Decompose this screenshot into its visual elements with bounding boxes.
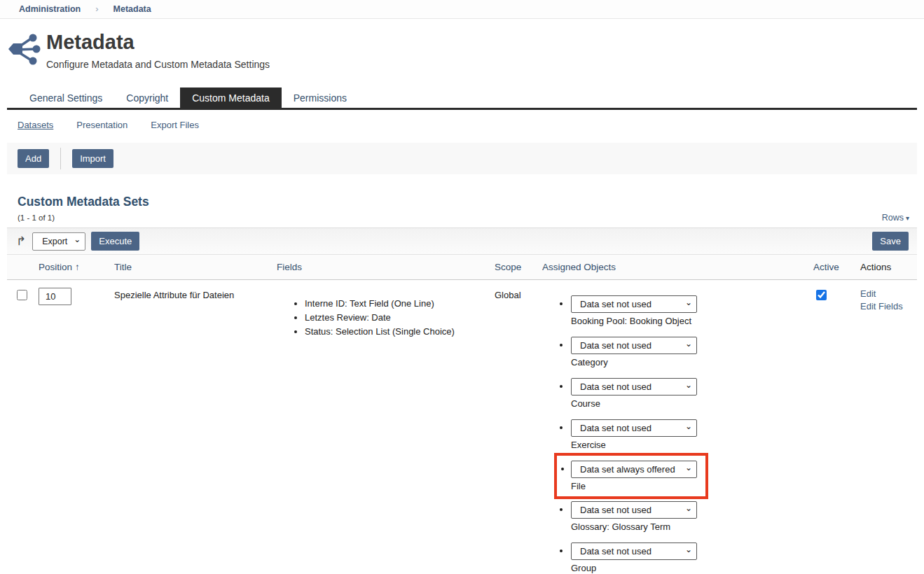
tab-custom-metadata[interactable]: Custom Metadata (180, 88, 282, 108)
subtab-presentation[interactable]: Presentation (76, 120, 127, 130)
table-row: Spezielle Attribute für Dateien Interne … (7, 280, 917, 574)
subtab-bar: Datasets Presentation Export Files (7, 110, 917, 138)
tab-copyright[interactable]: Copyright (114, 88, 180, 108)
active-checkbox[interactable] (816, 290, 827, 300)
listing-title: Custom Metadata Sets (18, 195, 917, 209)
assigned-object-label: Booking Pool: Booking Object (571, 316, 813, 326)
assigned-object-select-group[interactable]: Data set not used (571, 542, 697, 560)
row-select-checkbox[interactable] (17, 290, 27, 300)
column-header-actions: Actions (860, 262, 917, 272)
assigned-object-label: Exercise (571, 440, 813, 450)
edit-fields-link[interactable]: Edit Fields (860, 301, 917, 312)
field-item: Interne ID: Text Field (One Line) (305, 298, 495, 309)
import-button[interactable]: Import (72, 149, 113, 168)
caret-down-icon: ▾ (906, 214, 909, 222)
tab-bar: General Settings Copyright Custom Metada… (7, 88, 917, 110)
bullet-icon (560, 302, 563, 305)
listing-meta: (1 - 1 of 1) Rows▾ (18, 213, 909, 223)
breadcrumb: Administration › Metadata (0, 0, 924, 19)
assigned-object-select-exercise[interactable]: Data set not used (571, 419, 697, 437)
assigned-object-select-booking-pool[interactable]: Data set not used (571, 295, 697, 313)
assigned-object-course: Data set not used ⌄ Course (542, 378, 813, 409)
bullet-icon (560, 385, 563, 388)
subtab-export-files[interactable]: Export Files (151, 120, 199, 130)
column-header-position[interactable]: Position↑ (39, 262, 114, 272)
assigned-object-glossary: Data set not used ⌄ Glossary: Glossary T… (542, 501, 813, 532)
assigned-object-label: Group (571, 563, 813, 573)
table-header-row: Position↑ Title Fields Scope Assigned Ob… (7, 255, 917, 280)
fields-cell: Interne ID: Text Field (One Line) Letzte… (277, 288, 495, 574)
assigned-object-group: Data set not used ⌄ Group (542, 542, 813, 573)
assigned-object-select-file[interactable]: Data set always offered (571, 461, 697, 478)
result-range: (1 - 1 of 1) (18, 214, 55, 222)
action-bar: Add Import (7, 143, 917, 174)
assigned-object-file-highlighted: Data set always offered ⌄ File (554, 453, 708, 499)
page-title: Metadata (46, 31, 270, 53)
position-input[interactable] (39, 288, 71, 305)
bullet-icon (560, 344, 563, 346)
breadcrumb-item-administration[interactable]: Administration (19, 4, 81, 14)
title-cell: Spezielle Attribute für Dateien (114, 288, 277, 574)
apply-to-selection-arrow-icon: ↱ (16, 235, 26, 247)
bullet-icon (560, 426, 563, 429)
assigned-object-booking-pool: Data set not used ⌄ Booking Pool: Bookin… (542, 295, 813, 326)
breadcrumb-item-metadata[interactable]: Metadata (113, 4, 151, 14)
execute-button[interactable]: Execute (91, 232, 139, 251)
assigned-objects-cell: Data set not used ⌄ Booking Pool: Bookin… (542, 288, 813, 574)
bulk-action-select[interactable]: Export (32, 232, 85, 251)
column-header-scope: Scope (495, 262, 542, 272)
sort-ascending-icon: ↑ (75, 262, 80, 272)
table-toolbar: ↱ Export ⌄ Execute Save (7, 227, 917, 255)
assigned-object-select-course[interactable]: Data set not used (571, 378, 697, 396)
actions-cell: Edit Edit Fields (860, 288, 917, 574)
bullet-icon (561, 468, 564, 470)
assigned-object-select-category[interactable]: Data set not used (571, 337, 697, 354)
bullet-icon (560, 508, 563, 511)
assigned-object-label: Category (571, 357, 813, 368)
chevron-right-icon: › (95, 4, 98, 14)
page-header: Metadata Configure Metadata and Custom M… (0, 19, 924, 70)
field-item: Status: Selection List (Single Choice) (305, 326, 495, 337)
rows-dropdown[interactable]: Rows▾ (882, 213, 909, 223)
field-item: Letztes Review: Date (305, 312, 495, 323)
column-header-fields: Fields (277, 262, 495, 272)
column-header-assigned-objects: Assigned Objects (542, 262, 813, 272)
toolbar-divider (60, 148, 61, 169)
row-select-cell (17, 288, 39, 574)
assigned-object-label: File (571, 481, 697, 491)
bullet-icon (560, 550, 563, 552)
tab-permissions[interactable]: Permissions (282, 88, 359, 108)
tab-general-settings[interactable]: General Settings (18, 88, 114, 108)
assigned-object-exercise: Data set not used ⌄ Exercise (542, 419, 813, 450)
assigned-object-category: Data set not used ⌄ Category (542, 337, 813, 368)
save-button[interactable]: Save (872, 232, 909, 251)
subtab-datasets[interactable]: Datasets (18, 120, 53, 130)
column-header-title[interactable]: Title (114, 262, 277, 272)
column-header-active: Active (813, 262, 860, 272)
assigned-object-label: Glossary: Glossary Term (571, 522, 813, 532)
position-cell (39, 288, 114, 574)
add-button[interactable]: Add (18, 149, 49, 168)
metadata-share-icon (7, 31, 41, 65)
active-cell (813, 288, 860, 574)
assigned-object-select-glossary[interactable]: Data set not used (571, 501, 697, 519)
edit-link[interactable]: Edit (860, 288, 917, 299)
assigned-object-label: Course (571, 398, 813, 409)
page-subtitle: Configure Metadata and Custom Metadata S… (46, 59, 270, 70)
scope-cell: Global (495, 288, 542, 574)
